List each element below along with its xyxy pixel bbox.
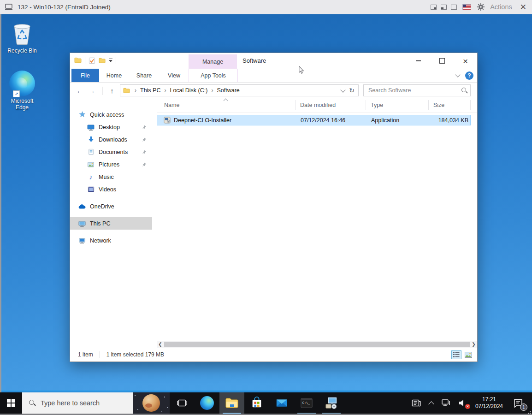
news-widget-icon[interactable] (407, 392, 426, 414)
explorer-titlebar[interactable]: Manage Software (70, 53, 477, 69)
planet-icon (142, 394, 160, 412)
file-row-selected[interactable]: Deepnet-CLO-Installer 07/12/2024 16:46 A… (157, 115, 471, 125)
sidebar-item-videos[interactable]: Videos (70, 183, 152, 196)
scroll-right-icon[interactable]: ❯ (470, 341, 477, 348)
scroll-left-icon[interactable]: ❮ (157, 341, 164, 348)
breadcrumb-software[interactable]: Software (216, 87, 240, 94)
column-header-date-modified[interactable]: Date modified (296, 100, 366, 110)
network-tray-icon[interactable] (437, 392, 455, 414)
selection-summary: 1 item selected 179 MB (100, 351, 171, 358)
sidebar-item-this-pc[interactable]: This PC (70, 217, 152, 230)
vm-view-mode-icon-2[interactable] (441, 5, 447, 10)
taskbar-clock[interactable]: 17:21 07/12/2024 (471, 396, 507, 410)
sort-ascending-icon (224, 98, 228, 101)
forward-icon[interactable]: → (86, 87, 98, 95)
horizontal-scrollbar[interactable]: ❮ ❯ (157, 341, 477, 348)
sidebar-item-pictures[interactable]: Pictures (70, 158, 152, 171)
tab-home[interactable]: Home (99, 69, 129, 82)
tab-file[interactable]: File (71, 69, 99, 82)
sidebar-item-network[interactable]: Network (70, 234, 152, 247)
taskbar-installer-button[interactable] (319, 392, 344, 414)
taskbar-search-box[interactable] (22, 392, 170, 414)
search-highlight-doodle[interactable] (133, 392, 170, 414)
hidden-icons-chevron-icon[interactable] (426, 392, 437, 414)
sidebar-item-quick-access[interactable]: Quick access (70, 108, 152, 121)
tab-app-tools[interactable]: App Tools (189, 69, 238, 82)
document-icon (87, 148, 95, 156)
volume-muted-icon[interactable]: ✕ (455, 392, 471, 414)
close-button[interactable] (454, 53, 477, 69)
properties-button[interactable] (89, 57, 95, 64)
desktop-icon-recycle-bin[interactable]: Recycle Bin (5, 21, 40, 54)
details-view-button[interactable] (451, 350, 461, 359)
microsoft-store-icon (250, 397, 263, 409)
mute-badge: ✕ (465, 404, 470, 409)
large-icons-view-button[interactable] (463, 350, 473, 359)
help-icon[interactable]: ? (465, 71, 473, 80)
vm-actions-button[interactable]: Actions (490, 3, 512, 11)
breadcrumb-separator: › (132, 87, 139, 94)
sidebar-item-onedrive[interactable]: OneDrive (70, 200, 152, 213)
gear-icon[interactable] (477, 3, 485, 11)
taskbar-file-explorer-button[interactable] (219, 392, 244, 414)
scrollbar-thumb[interactable] (164, 342, 470, 347)
vm-close-icon[interactable]: ✕ (520, 3, 526, 11)
tab-share[interactable]: Share (129, 69, 159, 82)
sidebar-item-label: OneDrive (90, 203, 114, 210)
contextual-tab-group-manage[interactable]: Manage (189, 54, 237, 69)
system-tray: ✕ 17:21 07/12/2024 1 (407, 392, 532, 414)
breadcrumb-local-disk-c[interactable]: Local Disk (C:) (169, 87, 208, 94)
column-header-size[interactable]: Size (429, 100, 471, 110)
search-box[interactable] (363, 84, 471, 96)
sidebar-item-desktop[interactable]: Desktop (70, 121, 152, 133)
keyboard-layout-flag-icon[interactable] (463, 5, 471, 10)
action-center-button[interactable]: 1 (507, 392, 529, 414)
sidebar-item-label: Downloads (99, 136, 127, 143)
command-prompt-icon: C:\_ (300, 397, 313, 409)
star-icon (78, 111, 86, 119)
mail-icon (275, 397, 288, 409)
clock-date: 07/12/2024 (475, 403, 503, 410)
customize-toolbar-chevron-icon[interactable] (109, 59, 112, 62)
tab-view[interactable]: View (159, 69, 189, 82)
svg-text:C:\_: C:\_ (302, 401, 311, 405)
console-resize-grip[interactable] (530, 411, 531, 412)
up-icon[interactable]: ↑ (106, 87, 118, 95)
vm-view-mode-icon-1[interactable] (431, 5, 437, 10)
music-note-icon: ♪ (87, 173, 95, 181)
refresh-icon[interactable]: ↻ (347, 87, 356, 94)
start-button[interactable] (0, 392, 22, 414)
new-folder-button[interactable] (99, 57, 106, 64)
address-dropdown-chevron-icon[interactable] (341, 87, 346, 92)
shortcut-arrow-icon (13, 90, 20, 97)
maximize-button[interactable] (430, 53, 454, 69)
desktop-icon-microsoft-edge[interactable]: Microsoft Edge (5, 71, 40, 111)
vm-view-mode-icon-3[interactable] (451, 5, 457, 10)
sidebar-item-documents[interactable]: Documents (70, 146, 152, 158)
file-list[interactable]: Name Date modified Type Size Deepnet-CLO… (157, 98, 477, 348)
taskbar-edge-button[interactable] (195, 392, 219, 414)
taskbar-mail-button[interactable] (269, 392, 294, 414)
back-icon[interactable]: ← (74, 87, 86, 95)
windows-logo-icon (7, 399, 15, 407)
taskbar-store-button[interactable] (244, 392, 269, 414)
sidebar-item-music[interactable]: ♪ Music (70, 171, 152, 183)
address-breadcrumb-bar[interactable]: › This PC › Local Disk (C:) › Software ↻ (120, 84, 359, 96)
taskbar-search-input[interactable] (40, 399, 133, 407)
screen: 132 - Win10-132 (EntraID Joined) (0, 0, 532, 415)
search-input[interactable] (367, 87, 461, 94)
taskbar-command-prompt-button[interactable]: C:\_ (294, 392, 319, 414)
status-bar: 1 item 1 item selected 179 MB (70, 348, 477, 362)
collapse-ribbon-chevron-icon[interactable] (455, 72, 460, 77)
search-icon[interactable] (461, 87, 467, 94)
sidebar-item-label: Quick access (90, 112, 124, 118)
task-view-button[interactable] (170, 392, 195, 414)
recent-locations-chevron-icon[interactable] (98, 87, 106, 95)
desktop[interactable]: Recycle Bin Microsoft Edge (0, 14, 532, 392)
column-headers: Name Date modified Type Size (157, 98, 477, 113)
minimize-button[interactable] (407, 53, 430, 69)
breadcrumb-this-pc[interactable]: This PC (139, 87, 161, 94)
file-type: Application (366, 117, 429, 124)
column-header-type[interactable]: Type (366, 100, 429, 110)
sidebar-item-downloads[interactable]: Downloads (70, 133, 152, 146)
